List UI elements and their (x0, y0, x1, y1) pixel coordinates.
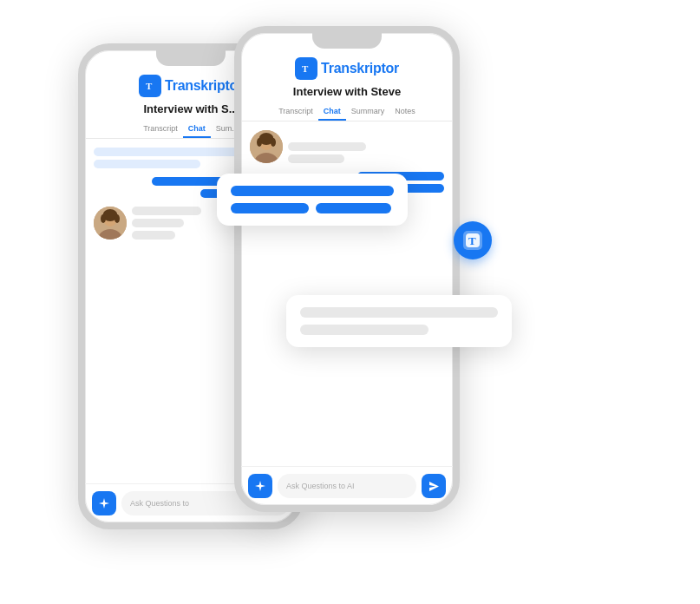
avatar-front (250, 130, 283, 163)
bubble-bar-2 (94, 160, 200, 168)
tab-back-transcript[interactable]: Transcript (138, 121, 183, 138)
bottom-bar-front: Ask Questions to AI (241, 466, 453, 505)
logo-icon-back: T (139, 75, 161, 97)
card-bar-top-1 (231, 186, 394, 196)
phone-front: T Transkriptor Interview with Steve Tran… (234, 26, 460, 512)
notch-front (312, 33, 382, 49)
input-text-back: Ask Questions to (130, 499, 189, 508)
logo-area-front: T Transkriptor (241, 49, 453, 83)
float-card-top (217, 174, 408, 226)
tabs-front: Transcript Chat Summary Notes (241, 103, 453, 121)
tab-front-chat[interactable]: Chat (318, 103, 346, 121)
avatar-back (94, 207, 127, 240)
msg-front-left-1 (288, 142, 366, 163)
tab-front-transcript[interactable]: Transcript (273, 103, 318, 121)
svg-point-6 (101, 214, 106, 223)
notch-back (156, 50, 226, 66)
input-front[interactable]: Ask Questions to AI (278, 474, 416, 498)
card-bar-top-2 (231, 203, 309, 213)
float-card-bottom (286, 295, 512, 347)
logo-text-front: Transkriptor (321, 61, 399, 76)
bubble-bar-1 (94, 148, 249, 156)
card-bar-bottom-1 (300, 307, 498, 318)
phone-front-content: T Transkriptor Interview with Steve Tran… (241, 49, 453, 505)
bubble-bar-5 (132, 207, 201, 215)
msg-left-2 (132, 207, 201, 240)
tab-front-notes[interactable]: Notes (389, 103, 421, 121)
svg-text:T: T (302, 63, 309, 74)
transkriptor-badge: T (454, 221, 492, 259)
phone-front-title: Interview with Steve (241, 83, 453, 103)
bubble-bar-6 (132, 219, 184, 227)
scene: T Transkriptor Interview with S... Trans… (0, 0, 700, 604)
card-row-top (231, 203, 394, 213)
front-bubble-2 (288, 154, 344, 163)
ai-button-back[interactable] (92, 491, 116, 515)
bubble-bar-7 (132, 231, 175, 240)
logo-icon-front: T (295, 57, 317, 80)
ai-button-front[interactable] (248, 474, 272, 498)
svg-text:T: T (468, 234, 476, 247)
svg-text:T: T (146, 81, 153, 91)
input-text-front: Ask Questions to AI (286, 482, 355, 490)
front-bubble-1 (288, 142, 366, 151)
svg-point-15 (271, 138, 276, 147)
svg-point-7 (114, 214, 120, 223)
logo-text-back: Transkriptor (165, 78, 243, 94)
send-button[interactable] (422, 474, 446, 498)
card-bar-top-3 (316, 203, 390, 213)
tab-back-chat[interactable]: Chat (183, 121, 211, 138)
tab-front-summary[interactable]: Summary (346, 103, 390, 121)
svg-point-14 (257, 138, 262, 147)
card-bar-bottom-2 (300, 325, 429, 335)
